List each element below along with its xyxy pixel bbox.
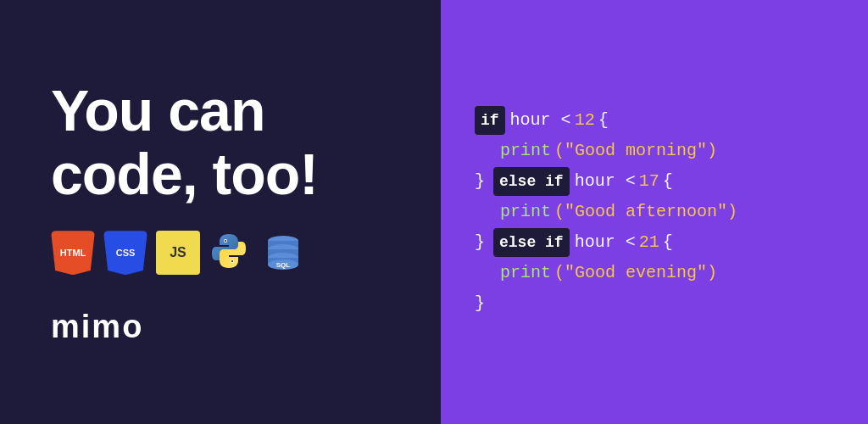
- keyword-else-if-1: else if: [493, 167, 570, 196]
- right-panel: if hour < 12 { print ("Good morning") } …: [441, 0, 868, 424]
- keyword-if-1: if: [475, 106, 505, 135]
- html-icon: HTML: [51, 231, 95, 275]
- css-icon: CSS: [103, 231, 147, 275]
- tech-icons-row: HTML CSS JS: [51, 231, 390, 275]
- keyword-else-if-2: else if: [493, 228, 570, 257]
- headline-line1: You can: [51, 78, 264, 142]
- code-line-5: } else if hour < 21 {: [475, 227, 834, 258]
- code-line-1: if hour < 12 {: [475, 105, 834, 136]
- code-line-4: print ("Good afternoon"): [475, 197, 834, 227]
- left-panel: You can code, too! HTML CSS JS: [0, 0, 441, 424]
- code-line-2: print ("Good morning"): [475, 136, 834, 166]
- svg-point-1: [225, 240, 226, 242]
- svg-point-3: [231, 260, 233, 262]
- python-icon: [209, 231, 253, 275]
- svg-text:SQL: SQL: [276, 261, 291, 269]
- sql-icon: SQL: [261, 231, 305, 275]
- code-block: if hour < 12 { print ("Good morning") } …: [475, 105, 834, 319]
- headline: You can code, too!: [51, 79, 390, 206]
- code-line-7: }: [475, 288, 834, 319]
- code-line-6: print ("Good evening"): [475, 258, 834, 288]
- code-line-3: } else if hour < 17 {: [475, 166, 834, 197]
- js-icon: JS: [156, 231, 200, 275]
- headline-line2: code, too!: [51, 142, 318, 206]
- logo: mimo: [51, 309, 390, 345]
